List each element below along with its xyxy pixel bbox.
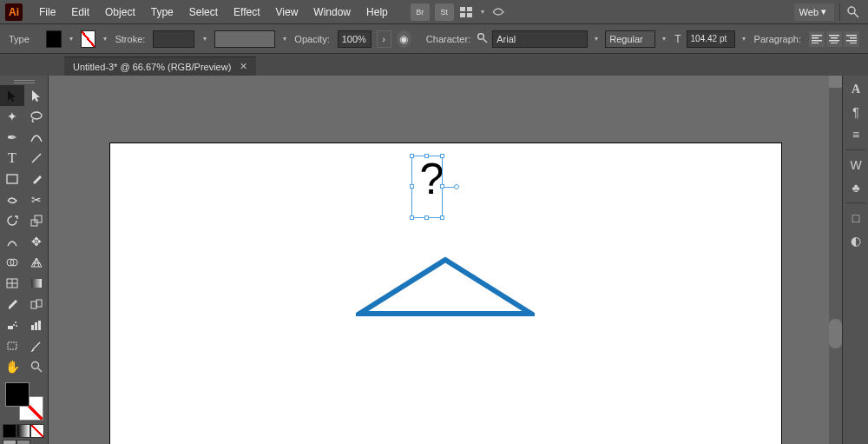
gradient-tool[interactable]	[24, 273, 49, 294]
stroke-weight-field[interactable]	[153, 30, 194, 48]
canvas-triangle-shape[interactable]	[356, 256, 535, 317]
align-right-icon[interactable]	[844, 31, 859, 47]
opacity-flyout-icon[interactable]: ›	[377, 30, 391, 48]
libraries-panel-icon[interactable]: W	[843, 154, 868, 176]
slice-tool[interactable]	[24, 335, 49, 356]
width-tool[interactable]	[0, 231, 24, 252]
menu-select[interactable]: Select	[181, 6, 226, 18]
selection-bounding-box[interactable]	[411, 156, 443, 218]
fill-swatch[interactable]	[46, 30, 61, 48]
gpu-preview-icon[interactable]	[490, 3, 506, 21]
line-tool[interactable]	[24, 148, 49, 169]
rectangle-tool[interactable]	[0, 169, 24, 189]
recolor-artwork-icon[interactable]: ◉	[397, 30, 411, 48]
svg-rect-22	[7, 175, 17, 183]
type-out-port-icon[interactable]	[454, 184, 459, 189]
svg-rect-24	[35, 215, 42, 222]
font-size-field[interactable]: 104.42 pt	[687, 30, 735, 48]
vertical-scrollbar[interactable]	[829, 76, 842, 444]
chevron-down-icon[interactable]: ▾	[739, 35, 749, 43]
menu-effect[interactable]: Effect	[226, 6, 267, 18]
paintbrush-tool[interactable]	[24, 169, 49, 189]
menu-view[interactable]: View	[268, 6, 306, 18]
menu-help[interactable]: Help	[358, 6, 396, 18]
workspace-switcher[interactable]: Web ▾	[794, 3, 834, 21]
blend-tool[interactable]	[24, 294, 49, 315]
resize-handle[interactable]	[424, 215, 429, 220]
fill-color-icon[interactable]	[5, 382, 30, 407]
rotate-tool[interactable]	[0, 210, 24, 231]
shaper-tool[interactable]	[0, 189, 24, 210]
fill-stroke-control[interactable]	[5, 382, 43, 421]
resize-handle[interactable]	[440, 215, 444, 220]
bridge-icon[interactable]: Br	[411, 3, 430, 21]
resize-handle[interactable]	[424, 154, 429, 158]
scroll-arrow-up-icon[interactable]	[829, 76, 842, 88]
chevron-down-icon[interactable]: ▾	[280, 35, 289, 43]
scroll-thumb[interactable]	[829, 319, 842, 348]
resize-handle[interactable]	[440, 154, 444, 158]
zoom-tool[interactable]	[24, 356, 49, 377]
brush-definition-field[interactable]	[214, 30, 275, 48]
resize-handle[interactable]	[410, 154, 414, 158]
eyedropper-tool[interactable]	[0, 294, 24, 315]
scissors-tool[interactable]: ✂	[24, 189, 49, 210]
scale-tool[interactable]	[24, 210, 49, 231]
hand-tool[interactable]: ✋	[0, 356, 24, 377]
direct-selection-tool[interactable]	[24, 85, 49, 106]
font-weight-field[interactable]: Regular	[605, 30, 655, 48]
panel-handle[interactable]	[0, 77, 48, 85]
chevron-down-icon[interactable]: ▾	[101, 35, 109, 43]
character-panel-icon[interactable]: A	[843, 78, 868, 101]
document-tab[interactable]: Untitled-3* @ 66.67% (RGB/Preview) ✕	[64, 56, 256, 76]
color-mode-none[interactable]	[30, 424, 44, 438]
resize-handle[interactable]	[410, 184, 414, 189]
menu-type[interactable]: Type	[143, 6, 181, 18]
symbol-sprayer-tool[interactable]	[0, 315, 24, 335]
swatches-panel-icon[interactable]: □	[843, 207, 868, 229]
align-left-icon[interactable]	[809, 31, 825, 47]
canvas-area[interactable]: ?	[49, 76, 842, 444]
align-center-icon[interactable]	[826, 31, 842, 47]
menu-window[interactable]: Window	[306, 6, 358, 18]
mesh-tool[interactable]	[0, 273, 24, 294]
screen-mode-full[interactable]	[16, 440, 30, 444]
align-panel-icon[interactable]: ≡	[843, 123, 868, 146]
paragraph-panel-icon[interactable]: ¶	[843, 101, 868, 123]
screen-mode-normal[interactable]	[3, 440, 16, 444]
chevron-down-icon[interactable]: ▾	[477, 8, 488, 16]
free-transform-tool[interactable]: ✥	[24, 231, 49, 252]
close-icon[interactable]: ✕	[240, 61, 247, 72]
pen-tool[interactable]: ✒	[0, 127, 24, 148]
brushes-panel-icon[interactable]: ♣	[843, 176, 868, 199]
chevron-down-icon[interactable]: ▾	[67, 35, 76, 43]
menu-object[interactable]: Object	[97, 6, 143, 18]
chevron-down-icon[interactable]: ▾	[659, 35, 669, 43]
type-tool[interactable]: T	[0, 148, 24, 169]
stock-icon[interactable]: St	[435, 3, 454, 21]
font-search-icon[interactable]	[477, 32, 489, 46]
artboard-tool[interactable]	[0, 335, 24, 356]
chevron-down-icon[interactable]: ▾	[200, 35, 208, 43]
resize-handle[interactable]	[410, 215, 414, 220]
curvature-tool[interactable]	[24, 127, 49, 148]
search-icon[interactable]	[844, 3, 863, 22]
selection-tool[interactable]	[0, 85, 24, 106]
font-family-field[interactable]: Arial	[492, 30, 588, 48]
column-graph-tool[interactable]	[24, 315, 49, 335]
menu-edit[interactable]: Edit	[63, 6, 97, 18]
color-mode-gradient[interactable]	[16, 424, 30, 438]
perspective-grid-tool[interactable]	[24, 252, 49, 273]
artboard[interactable]: ?	[109, 142, 782, 444]
magic-wand-tool[interactable]: ✦	[0, 106, 24, 127]
lasso-tool[interactable]	[24, 106, 49, 127]
svg-rect-10	[812, 40, 822, 42]
stroke-swatch[interactable]	[81, 30, 95, 48]
opacity-field[interactable]: 100%	[338, 30, 372, 48]
shape-builder-tool[interactable]	[0, 252, 24, 273]
menu-file[interactable]: File	[31, 6, 63, 18]
color-panel-icon[interactable]: ◐	[843, 229, 868, 252]
chevron-down-icon[interactable]: ▾	[591, 35, 602, 43]
arrange-documents-icon[interactable]	[459, 3, 475, 21]
color-mode-color[interactable]	[3, 424, 16, 438]
